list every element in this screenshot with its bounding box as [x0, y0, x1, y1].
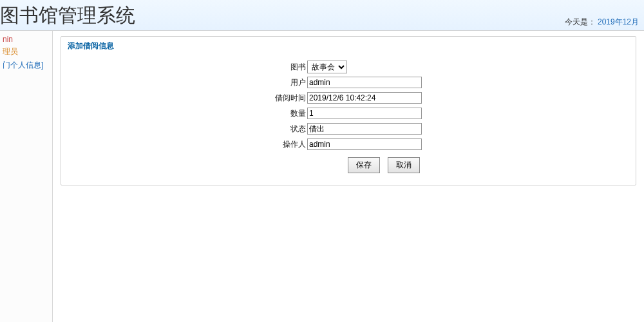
save-button[interactable]: 保存: [348, 157, 380, 173]
row-book: 图书 故事会: [275, 59, 422, 75]
select-book[interactable]: 故事会: [307, 61, 347, 73]
label-book: 图书: [275, 59, 307, 75]
sidebar-role: 理员: [0, 45, 52, 59]
row-time: 借阅时间: [275, 90, 422, 106]
input-user[interactable]: [307, 77, 422, 88]
label-user: 用户: [275, 75, 307, 90]
main-layout: nin 理员 门个人信息] 添加借阅信息 图书 故事会 用户: [0, 31, 644, 322]
header-date: 今天是： 2019年12月: [565, 17, 639, 28]
label-operator: 操作人: [275, 137, 307, 152]
form-panel: 添加借阅信息 图书 故事会 用户: [61, 36, 636, 185]
button-row: 保存 取消: [61, 157, 636, 173]
input-status[interactable]: [307, 123, 422, 135]
content-area: 添加借阅信息 图书 故事会 用户: [53, 31, 644, 322]
row-operator: 操作人: [275, 137, 422, 152]
sidebar-user: nin: [0, 33, 52, 45]
input-time[interactable]: [307, 92, 422, 104]
borrow-form: 图书 故事会 用户 借阅时间: [275, 59, 422, 152]
sidebar-profile-link[interactable]: 门个人信息]: [0, 59, 52, 72]
input-qty[interactable]: [307, 108, 422, 119]
input-operator[interactable]: [307, 138, 422, 150]
app-header: 图书馆管理系统 今天是： 2019年12月: [0, 0, 644, 31]
app-title: 图书馆管理系统: [0, 0, 644, 29]
row-status: 状态: [275, 121, 422, 137]
label-status: 状态: [275, 121, 307, 137]
label-qty: 数量: [275, 106, 307, 121]
date-label: 今天是：: [565, 17, 596, 26]
label-time: 借阅时间: [275, 90, 307, 106]
sidebar: nin 理员 门个人信息]: [0, 31, 53, 322]
row-user: 用户: [275, 75, 422, 90]
cancel-button[interactable]: 取消: [388, 157, 420, 173]
date-value: 2019年12月: [598, 17, 639, 26]
row-qty: 数量: [275, 106, 422, 121]
panel-title: 添加借阅信息: [61, 37, 636, 59]
